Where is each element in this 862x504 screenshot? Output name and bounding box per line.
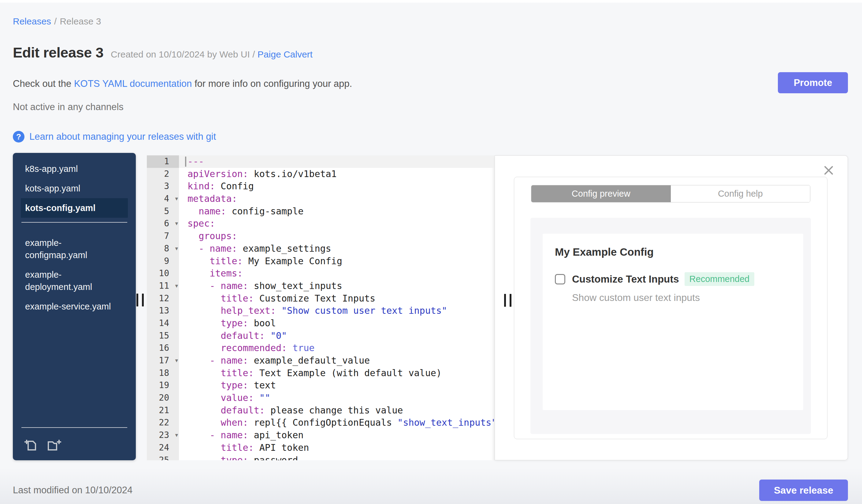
save-release-button[interactable]: Save release bbox=[759, 479, 848, 501]
close-icon[interactable] bbox=[823, 164, 835, 176]
editor-line-11[interactable]: 11▾ - name: show_text_inputs bbox=[147, 280, 495, 292]
editor-line-14[interactable]: 14 type: bool bbox=[147, 317, 495, 330]
code-editor[interactable]: 1---2apiVersion: kots.io/v1beta13kind: C… bbox=[147, 155, 495, 460]
editor-line-19[interactable]: 19 type: text bbox=[147, 379, 495, 392]
editor-line-2[interactable]: 2apiVersion: kots.io/v1beta1 bbox=[147, 168, 495, 181]
gutter-line-number: 2 bbox=[147, 168, 179, 181]
config-item-label: Customize Text Inputs bbox=[572, 274, 679, 285]
code-line-content[interactable]: kind: Config bbox=[179, 180, 495, 193]
git-releases-link[interactable]: Learn about managing your releases with … bbox=[29, 131, 216, 142]
workspace: k8s-app.yamlkots-app.yamlkots-config.yam… bbox=[0, 153, 862, 460]
text-cursor bbox=[185, 157, 186, 167]
editor-resize-handle[interactable] bbox=[504, 294, 511, 307]
config-group-title: My Example Config bbox=[555, 246, 791, 258]
code-line-content[interactable]: apiVersion: kots.io/v1beta1 bbox=[179, 168, 495, 181]
code-line-content[interactable]: type: bool bbox=[179, 317, 495, 330]
code-line-content[interactable]: title: Customize Text Inputs bbox=[179, 292, 495, 305]
editor-line-13[interactable]: 13 help_text: "Show custom user text inp… bbox=[147, 305, 495, 317]
editor-line-22[interactable]: 22 when: repl{{ ConfigOptionEquals "show… bbox=[147, 416, 495, 429]
add-folder-icon[interactable] bbox=[47, 438, 62, 452]
editor-line-20[interactable]: 20 value: "" bbox=[147, 392, 495, 404]
config-item-row: Customize Text Inputs Recommended bbox=[555, 272, 791, 286]
file-tab-k8s-app.yaml[interactable]: k8s-app.yaml bbox=[21, 159, 122, 178]
kots-yaml-docs-link[interactable]: KOTS YAML documentation bbox=[74, 78, 192, 89]
sidebar-bottom-divider bbox=[22, 427, 127, 428]
editor-line-21[interactable]: 21 default: please change this value bbox=[147, 404, 495, 417]
editor-line-24[interactable]: 24 title: API token bbox=[147, 442, 495, 454]
created-text: Created on 10/10/2024 by Web UI / bbox=[111, 49, 255, 59]
editor-line-3[interactable]: 3kind: Config bbox=[147, 180, 495, 193]
file-tab-example-configmap.yaml[interactable]: example-configmap.yaml bbox=[21, 233, 122, 265]
file-sidebar: k8s-app.yamlkots-app.yamlkots-config.yam… bbox=[13, 153, 136, 460]
file-tab-example-deployment.yaml[interactable]: example-deployment.yaml bbox=[21, 265, 122, 297]
code-line-content[interactable]: type: password bbox=[179, 454, 495, 461]
code-line-content[interactable]: value: "" bbox=[179, 392, 495, 404]
gutter-line-number: 24 bbox=[147, 442, 179, 454]
fold-arrow-icon[interactable]: ▾ bbox=[175, 193, 178, 205]
gutter-line-number: 4▾ bbox=[147, 193, 179, 205]
code-line-content[interactable]: title: API token bbox=[179, 442, 495, 454]
code-line-content[interactable]: help_text: "Show custom user text inputs… bbox=[179, 305, 495, 317]
code-line-content[interactable]: name: config-sample bbox=[179, 205, 495, 218]
gutter-line-number: 16 bbox=[147, 342, 179, 355]
docs-text-before: Check out the bbox=[13, 78, 71, 89]
code-line-content[interactable]: default: "0" bbox=[179, 330, 495, 342]
tab-config-preview[interactable]: Config preview bbox=[531, 185, 671, 202]
code-line-content[interactable]: type: text bbox=[179, 379, 495, 392]
code-line-content[interactable]: title: Text Example (with default value) bbox=[179, 367, 495, 380]
release-meta: Created on 10/10/2024 by Web UI / Paige … bbox=[111, 49, 313, 59]
code-line-content[interactable]: metadata: bbox=[179, 193, 495, 205]
code-line-content[interactable]: recommended: true bbox=[179, 342, 495, 355]
editor-line-6[interactable]: 6▾spec: bbox=[147, 217, 495, 230]
add-file-icon[interactable] bbox=[24, 438, 39, 452]
customize-text-inputs-checkbox[interactable] bbox=[555, 274, 565, 284]
fold-arrow-icon[interactable]: ▾ bbox=[175, 217, 178, 230]
file-tab-kots-app.yaml[interactable]: kots-app.yaml bbox=[21, 178, 122, 198]
editor-line-17[interactable]: 17▾ - name: example_default_value bbox=[147, 355, 495, 367]
editor-line-12[interactable]: 12 title: Customize Text Inputs bbox=[147, 292, 495, 305]
editor-line-16[interactable]: 16 recommended: true bbox=[147, 342, 495, 355]
code-line-content[interactable]: spec: bbox=[179, 217, 495, 230]
code-line-content[interactable]: groups: bbox=[179, 230, 495, 242]
editor-line-23[interactable]: 23▾ - name: api_token bbox=[147, 429, 495, 442]
recommended-badge: Recommended bbox=[684, 272, 755, 286]
config-item-help: Show custom user text inputs bbox=[572, 292, 791, 303]
code-line-content[interactable]: default: please change this value bbox=[179, 404, 495, 417]
code-line-content[interactable]: when: repl{{ ConfigOptionEquals "show_te… bbox=[179, 416, 495, 429]
question-mark-icon[interactable]: ? bbox=[13, 131, 25, 143]
gutter-line-number: 10 bbox=[147, 267, 179, 280]
gutter-line-number: 7 bbox=[147, 230, 179, 242]
code-line-content[interactable]: items: bbox=[179, 267, 495, 280]
editor-line-9[interactable]: 9 title: My Example Config bbox=[147, 255, 495, 268]
code-line-content[interactable]: title: My Example Config bbox=[179, 255, 495, 268]
gutter-line-number: 3 bbox=[147, 180, 179, 193]
fold-arrow-icon[interactable]: ▾ bbox=[175, 429, 178, 441]
editor-line-15[interactable]: 15 default: "0" bbox=[147, 330, 495, 342]
fold-arrow-icon[interactable]: ▾ bbox=[175, 242, 178, 255]
editor-line-10[interactable]: 10 items: bbox=[147, 267, 495, 280]
tab-config-help[interactable]: Config help bbox=[671, 185, 810, 202]
code-line-content[interactable]: - name: example_default_value bbox=[179, 355, 495, 367]
editor-line-8[interactable]: 8▾ - name: example_settings bbox=[147, 242, 495, 255]
editor-line-18[interactable]: 18 title: Text Example (with default val… bbox=[147, 367, 495, 380]
editor-line-1[interactable]: 1--- bbox=[147, 155, 495, 168]
file-tab-example-service.yaml[interactable]: example-service.yaml bbox=[21, 297, 122, 316]
code-line-content[interactable]: - name: show_text_inputs bbox=[179, 280, 495, 292]
file-tab-kots-config.yaml[interactable]: kots-config.yaml bbox=[21, 198, 128, 218]
sidebar-resize-handle[interactable] bbox=[136, 294, 144, 306]
fold-arrow-icon[interactable]: ▾ bbox=[175, 279, 178, 292]
editor-line-4[interactable]: 4▾metadata: bbox=[147, 193, 495, 205]
code-line-content[interactable]: --- bbox=[179, 155, 495, 168]
gutter-line-number: 5 bbox=[147, 205, 179, 218]
code-line-content[interactable]: - name: api_token bbox=[179, 429, 495, 442]
editor-line-25[interactable]: 25 type: password bbox=[147, 454, 495, 461]
promote-button[interactable]: Promote bbox=[778, 72, 848, 93]
fold-arrow-icon[interactable]: ▾ bbox=[175, 354, 178, 367]
author-link[interactable]: Paige Calvert bbox=[258, 49, 313, 59]
editor-line-5[interactable]: 5 name: config-sample bbox=[147, 205, 495, 218]
gutter-line-number: 12 bbox=[147, 292, 179, 305]
editor-line-7[interactable]: 7 groups: bbox=[147, 230, 495, 242]
breadcrumb-releases-link[interactable]: Releases bbox=[13, 16, 51, 26]
sidebar-bottom bbox=[13, 423, 136, 460]
code-line-content[interactable]: - name: example_settings bbox=[179, 242, 495, 255]
